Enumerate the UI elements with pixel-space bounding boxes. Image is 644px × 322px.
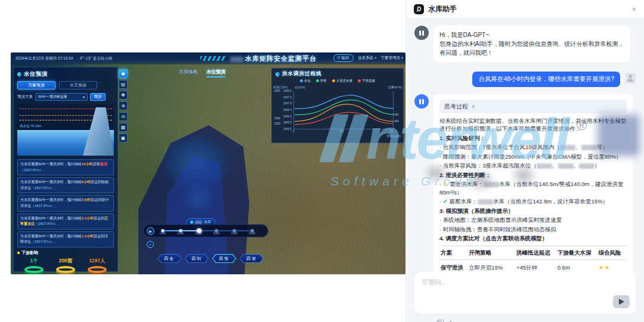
text-segment: · 时间轴拖拽：查看不同时段洪峰范围动态模拟: [439, 226, 556, 233]
business-system-menu[interactable]: 业务系统 ▾: [358, 55, 376, 61]
mode-button-四制[interactable]: 四制: [185, 254, 209, 263]
legend-label: 库容: [320, 79, 327, 83]
panel-tabs: 方案预演水文预报: [17, 81, 114, 89]
plan-select[interactable]: 50年一遇洪峰流量▾: [35, 93, 88, 101]
alert-segment: 漫顶: [100, 162, 107, 166]
alert-segment: 1.5小时: [82, 234, 94, 238]
plan-select-label: 预演方案: [17, 94, 33, 100]
redacted-text: ███: [537, 163, 552, 169]
timeline-label: 2.5时: [191, 232, 206, 235]
legend-label: 入库洪水量: [336, 79, 353, 83]
legend-label: 下泄流量: [362, 79, 375, 83]
user-avatar: [625, 73, 636, 83]
user-message-bubble: 台风将在48小时内登录，哪些水库需要开展泄洪?: [472, 72, 620, 87]
answer-line: 1. 实时风险研判：: [439, 134, 627, 142]
alert-segment: （1827.87m）。: [31, 204, 58, 208]
x-axis-label: 时间(小时): [387, 134, 401, 138]
table-header-cell: 下游最大水深: [556, 246, 597, 259]
mode-button-label: 四管: [240, 255, 263, 262]
panel-tab-方案预演[interactable]: 方案预演: [17, 81, 55, 89]
alert-segment: 5小时: [82, 198, 91, 202]
deco-slashes: [200, 56, 225, 61]
user-menu[interactable]: 宁夏管理员 ▾: [380, 55, 403, 61]
diamond-bullet-icon: [17, 251, 20, 255]
text-segment: 、: [574, 162, 580, 169]
mode-button-四管[interactable]: 四管: [240, 254, 264, 263]
grid-icon[interactable]: ▦: [119, 123, 128, 132]
alert-list: 当水库遭遇50年一遇洪水时，预计持续12小时后将漫顶（1827.87m）。当水库…: [17, 159, 114, 247]
run-simulation-button[interactable]: 预演: [90, 93, 106, 101]
storage-tick: 1000: [274, 122, 280, 125]
user-message-row: 台风将在48小时内登录，哪些水库需要开展泄洪?: [414, 72, 636, 87]
mode-button-四全[interactable]: 四全: [157, 254, 181, 263]
chevron-down-icon: ▾: [401, 55, 403, 60]
play-button[interactable]: ▶: [147, 227, 154, 235]
screen: 2024年11月12日 星期日 07:10:34 9°~19° 多云转小雨 水库…: [0, 0, 644, 322]
storage-tick: 2500: [274, 89, 280, 92]
greeting-line: 您身边的水利AI助手，随时为您提供信息查询、统计分析和异常检测，有问题，就问我吧…: [439, 39, 624, 57]
impact-stats: 1个预计影响村庄200亩预计影响耕地1197人预计影响人口: [17, 258, 114, 274]
alert-segment: 当水库遭遇50年一遇洪水时，预计持续: [20, 216, 82, 220]
layers-icon[interactable]: ▤: [119, 80, 128, 89]
answer-line: 4. 调度方案比对（点击方案联动系统模型）: [439, 234, 627, 242]
snapshot-icon[interactable]: ▣: [119, 134, 128, 143]
x-axis-ticks: 05.010: [293, 130, 394, 134]
close-icon[interactable]: ×: [631, 5, 636, 14]
legend-item-下泄流量[interactable]: 下泄流量: [358, 79, 375, 83]
axis-label-storage: 库容(万m³): [273, 85, 287, 89]
thinking-process-toggle[interactable]: 思考过程 ∧: [439, 100, 627, 113]
answer-line: 3. 模拟预演（系统操作提示）: [439, 207, 627, 215]
alert-segment: 当水库遭遇50年一遇洪水时，预计持续: [20, 162, 82, 166]
alert-segment: 2.5小时: [82, 216, 94, 220]
legend-dot-icon: [300, 79, 303, 82]
table-header-cell: 方案: [439, 246, 467, 259]
text-segment: ）: [595, 162, 600, 169]
answer-line: · 降雨预测：最大累计雨量250mm（中央气象台CMA模型，置信度80%）: [439, 153, 627, 160]
copy-icon[interactable]: [436, 320, 443, 322]
timeline-secondary-button[interactable]: •: [147, 241, 154, 248]
text-segment: · 降雨预测：最大累计雨量250mm（中央气象台CMA模型，置信度80%）: [439, 153, 622, 160]
text-segment: · 系统地图：左侧系统地图显示洪峰实时推进速度: [439, 216, 562, 223]
chat-input-card: [414, 272, 636, 314]
timeline-label: 3.0时: [209, 232, 224, 235]
datetime-label: 2024年11月12日 星期日 07:10:34: [16, 56, 73, 61]
mode-button-label: 四全: [158, 255, 181, 262]
redacted-text: ███: [581, 145, 597, 150]
storage-tick: 1500: [274, 117, 280, 120]
chart-lines: [294, 91, 394, 129]
table-header-cell: 开闸策略: [467, 246, 515, 259]
text-segment: 经系统结合实时监测数据、当前各水库闸门开度情况，并运用水利专业模型进行分析与模拟…: [439, 117, 627, 132]
map-tab-水位预演[interactable]: 水位预演: [206, 69, 225, 78]
zoom-out-icon[interactable]: ⊖: [119, 112, 128, 121]
alert-segment: 当水库遭遇50年一遇洪水时，预计持续: [20, 234, 82, 238]
x-tick: 5.0: [340, 130, 343, 133]
regenerate-icon[interactable]: ↻: [449, 320, 454, 322]
level-tick: 1645.0: [283, 128, 292, 131]
table-header-row: 方案开闸策略洪峰抵达延迟下游最大水深综合风险: [439, 246, 627, 259]
series-line-水位: [295, 95, 394, 109]
table-header-cell: 洪峰抵达延迟: [515, 246, 556, 259]
star-rating: ★★: [598, 264, 610, 271]
legend-item-库容[interactable]: 库容: [316, 79, 327, 83]
earth-icon[interactable]: ◉: [119, 69, 128, 78]
mode-button-四预[interactable]: 四预: [212, 254, 236, 263]
alert-segment: （1827.87m）。: [20, 168, 47, 172]
redacted-text: ███: [558, 163, 574, 169]
zoom-in-icon[interactable]: ⊕: [119, 101, 128, 110]
chat-input[interactable]: [414, 272, 636, 298]
panel-tab-水文预报[interactable]: 水文预报: [59, 81, 97, 89]
legend-item-水位[interactable]: 水位: [300, 79, 311, 83]
timeline-track[interactable]: [163, 230, 252, 231]
tools-icon[interactable]: ✚: [119, 91, 128, 100]
alert-segment: 12小时: [82, 162, 93, 166]
back-button[interactable]: ↺ 返回: [333, 54, 354, 62]
timeline-label: 2.0时: [174, 232, 188, 235]
storage-axis-ticks: 250015001000: [273, 91, 281, 129]
impact-ring-icon: [56, 266, 75, 273]
send-button[interactable]: [613, 295, 630, 308]
level-tick: 1646.5: [283, 109, 292, 112]
water-level-panel: 水位预演 方案预演水文预报 预演方案 50年一遇洪峰流量▾ 预演 高水位 79.…: [13, 67, 118, 272]
map-tab-大坝体检[interactable]: 大坝体检: [179, 69, 198, 78]
chevron-down-icon: ▾: [374, 55, 376, 60]
legend-item-入库洪水量[interactable]: 入库洪水量: [332, 79, 353, 83]
